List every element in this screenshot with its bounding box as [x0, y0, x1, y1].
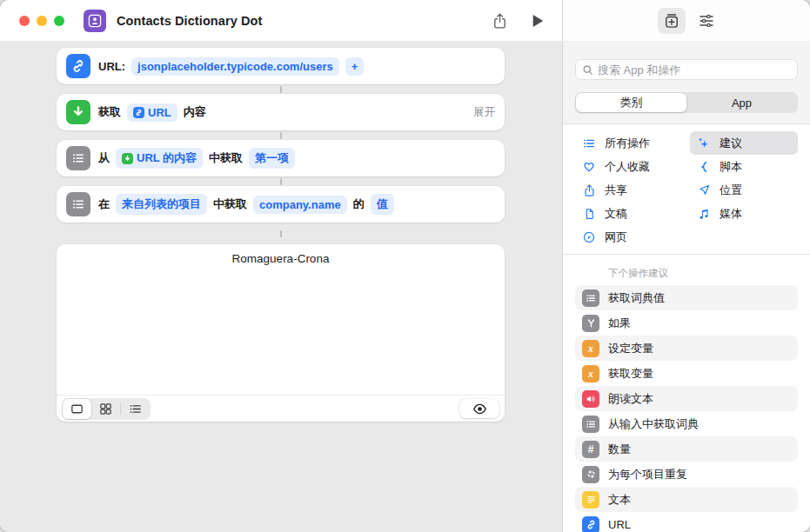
list-icon — [66, 192, 90, 216]
traffic-lights — [19, 16, 64, 26]
link-icon — [66, 54, 90, 78]
categories-section: 所有操作 建议 — [563, 124, 810, 255]
search-section: 类别 App — [563, 42, 810, 124]
get-value-of: 的 — [353, 196, 365, 212]
suggestion-speak-text[interactable]: 朗读文本 — [575, 386, 798, 411]
suggestion-get-dictionary-value[interactable]: 获取词典值 — [575, 285, 798, 310]
category-documents[interactable]: 文稿 — [575, 202, 683, 225]
result-card: Romaguera-Crona — [57, 244, 505, 422]
heart-icon — [581, 160, 597, 174]
value-type-pill[interactable]: 值 — [371, 194, 394, 215]
shortcut-icon — [84, 10, 106, 32]
suggestions-section: 下个操作建议 获取词典值 如果 x — [563, 255, 810, 532]
suggestion-get-variable[interactable]: x 获取变量 — [575, 361, 798, 386]
expand-button[interactable]: 展开 — [473, 105, 495, 120]
branch-icon — [582, 315, 599, 332]
suggestion-repeat-with-each[interactable]: 为每个项目重复 — [575, 462, 798, 487]
run-button[interactable] — [531, 13, 545, 29]
view-mode-segmented-control — [62, 398, 151, 420]
suggestion-url[interactable]: URL — [575, 512, 798, 532]
dictionary-icon — [582, 289, 599, 307]
first-item-pill[interactable]: 第一项 — [249, 148, 295, 169]
category-media[interactable]: 媒体 — [690, 202, 798, 225]
get-contents-suffix: 内容 — [184, 104, 206, 120]
result-toolbar — [57, 395, 505, 422]
link-icon — [133, 107, 144, 118]
action-url-label: URL: — [98, 60, 125, 73]
get-value-middle: 中获取 — [213, 196, 247, 212]
suggestion-set-variable[interactable]: x 设定变量 — [575, 336, 798, 361]
minimize-button[interactable] — [37, 16, 47, 26]
location-arrow-icon — [696, 183, 712, 196]
connector — [57, 223, 505, 244]
get-contents-prefix: 获取 — [98, 104, 121, 120]
shortcut-details-button[interactable] — [698, 12, 715, 30]
eye-icon — [472, 402, 487, 416]
grid-view-button[interactable] — [91, 399, 120, 419]
action-get-dictionary-value[interactable]: 在 来自列表的项目 中获取 company.name 的 值 — [57, 186, 505, 223]
number-icon: # — [582, 441, 599, 458]
download-icon — [66, 100, 90, 124]
search-field[interactable] — [575, 59, 798, 80]
add-url-button[interactable]: + — [345, 57, 365, 76]
connector — [57, 130, 505, 140]
sliders-icon — [698, 12, 715, 30]
action-url[interactable]: URL: jsonplaceholder.typicode.com/users … — [57, 48, 505, 84]
category-favorites[interactable]: 个人收藏 — [575, 155, 683, 178]
suggestion-if[interactable]: 如果 — [575, 310, 798, 336]
connector — [57, 176, 505, 186]
music-note-icon — [696, 207, 712, 221]
link-icon — [582, 516, 599, 532]
text-icon — [582, 491, 599, 509]
get-item-prefix: 从 — [98, 150, 110, 166]
action-get-item-from-list[interactable]: 从 URL 的内容 中获取 第一项 — [57, 140, 505, 176]
category-suggestions[interactable]: 建议 — [690, 131, 798, 155]
get-item-middle: 中获取 — [209, 150, 243, 166]
list-bullet-icon — [581, 136, 597, 150]
repeat-icon — [582, 466, 599, 483]
speaker-icon — [582, 390, 599, 408]
download-icon — [122, 153, 133, 164]
share-button[interactable] — [492, 11, 508, 30]
script-icon — [696, 160, 712, 174]
tab-apps[interactable]: App — [686, 93, 797, 112]
variable-icon: x — [582, 365, 599, 382]
window-title: Contacts Dictionary Dot — [117, 14, 262, 28]
play-icon — [531, 13, 545, 29]
library-tabs: 类别 App — [575, 92, 798, 113]
person-icon — [87, 13, 103, 29]
close-button[interactable] — [19, 16, 30, 26]
single-view-button[interactable] — [63, 399, 91, 419]
suggestion-get-dictionary-from-input[interactable]: 从输入中获取词典 — [575, 411, 798, 436]
search-input[interactable] — [598, 63, 791, 76]
result-value: Romaguera-Crona — [57, 244, 505, 265]
quick-look-button[interactable] — [459, 399, 499, 418]
category-all-actions[interactable]: 所有操作 — [575, 131, 683, 155]
sparkles-icon — [696, 136, 712, 150]
category-sharing[interactable]: 共享 — [575, 178, 683, 202]
sidebar-toolbar — [562, 0, 810, 42]
dictionary-icon — [582, 416, 599, 433]
share-icon — [581, 183, 597, 197]
item-from-list-pill[interactable]: 来自列表的项目 — [116, 194, 207, 215]
suggestion-text[interactable]: 文本 — [575, 487, 798, 512]
url-value-pill[interactable]: jsonplaceholder.typicode.com/users — [131, 57, 339, 76]
category-location[interactable]: 位置 — [690, 178, 798, 202]
category-web[interactable]: 网页 — [575, 225, 683, 249]
suggestion-count[interactable]: # 数量 — [575, 436, 798, 462]
action-get-contents[interactable]: 获取 URL 内容 展开 — [57, 94, 505, 130]
action-library-button[interactable] — [658, 8, 686, 34]
list-icon — [66, 146, 90, 170]
action-library-icon — [663, 12, 680, 30]
tab-categories[interactable]: 类别 — [576, 93, 686, 112]
contents-variable-pill[interactable]: URL 的内容 — [116, 148, 203, 169]
editor-canvas: URL: jsonplaceholder.typicode.com/users … — [0, 42, 562, 532]
url-variable-pill[interactable]: URL — [127, 103, 177, 122]
zoom-button[interactable] — [54, 16, 64, 26]
get-value-prefix: 在 — [98, 196, 110, 212]
titlebar: Contacts Dictionary Dot — [0, 0, 562, 42]
category-scripting[interactable]: 脚本 — [690, 155, 798, 178]
key-pill[interactable]: company.name — [253, 196, 347, 214]
shortcuts-window: Contacts Dictionary Dot — [0, 0, 810, 532]
list-view-button[interactable] — [121, 399, 150, 419]
